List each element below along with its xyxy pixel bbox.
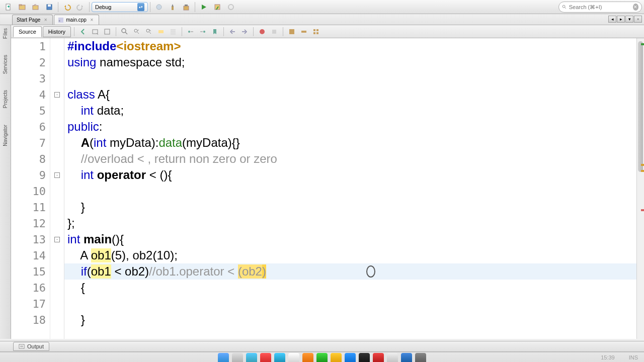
dock-app-icon[interactable] xyxy=(218,353,229,362)
dock-app-icon[interactable] xyxy=(246,353,257,362)
tab-label: main.cpp xyxy=(66,17,87,23)
dock-app-icon[interactable] xyxy=(316,353,328,362)
prev-bookmark-button[interactable] xyxy=(185,26,196,37)
dock-app-icon[interactable] xyxy=(401,353,412,362)
bottom-panel-bar: Output xyxy=(0,341,644,352)
rail-files[interactable]: Files xyxy=(3,28,8,39)
run-button[interactable] xyxy=(197,1,210,13)
dock-app-icon[interactable] xyxy=(373,353,384,362)
search-clear-icon[interactable]: ✕ xyxy=(633,4,638,11)
scroll-tabs-right-button[interactable]: ▸ xyxy=(617,16,625,23)
left-rail: Files Services Projects Navigator xyxy=(0,25,11,339)
svg-rect-22 xyxy=(171,31,176,33)
dock-app-icon[interactable] xyxy=(274,353,285,362)
debug-button[interactable] xyxy=(211,1,224,13)
toggle-bookmark-button[interactable] xyxy=(209,26,220,37)
document-tab-bar: Start Page × c main.cpp × ◂ ▸ ▾ ▫ xyxy=(0,14,644,25)
nav-back-button[interactable] xyxy=(77,26,89,37)
dock-app-icon[interactable] xyxy=(345,353,356,362)
output-icon xyxy=(19,343,25,349)
nav-dropdown-button[interactable] xyxy=(90,26,101,37)
run-config-select[interactable]: Debug ▴▾ xyxy=(92,2,148,12)
error-stripe-mark[interactable] xyxy=(641,170,644,172)
svg-rect-5 xyxy=(48,5,51,7)
svg-rect-9 xyxy=(185,5,188,6)
tab-label: Start Page xyxy=(17,17,40,23)
code-content[interactable]: #include<iostream> using namespace std; … xyxy=(64,38,644,339)
scrollbar-thumb[interactable] xyxy=(638,41,643,172)
dock-app-icon[interactable] xyxy=(415,353,426,362)
fold-handle[interactable]: - xyxy=(54,237,60,242)
undo-button[interactable] xyxy=(60,1,73,13)
svg-rect-20 xyxy=(158,30,164,33)
svg-rect-23 xyxy=(171,33,176,35)
macos-dock xyxy=(0,352,644,362)
svg-rect-16 xyxy=(105,29,110,34)
line-number: 16 xyxy=(11,280,50,296)
rail-projects[interactable]: Projects xyxy=(3,90,8,108)
editor-tab-source[interactable]: Source xyxy=(13,26,42,37)
run-config-value: Debug xyxy=(95,4,111,10)
save-all-button[interactable] xyxy=(43,1,56,13)
new-project-button[interactable] xyxy=(16,1,29,13)
error-stripe-mark[interactable] xyxy=(641,164,644,166)
open-button[interactable] xyxy=(29,1,42,13)
dock-app-icon[interactable] xyxy=(260,353,271,362)
line-number: 15 xyxy=(11,263,50,280)
clean-build-button[interactable] xyxy=(166,1,179,13)
tab-start-page[interactable]: Start Page × xyxy=(12,15,53,25)
dock-app-icon[interactable] xyxy=(387,353,398,362)
rail-services[interactable]: Services xyxy=(3,55,8,74)
output-tab[interactable]: Output xyxy=(13,342,49,351)
output-label: Output xyxy=(27,343,44,349)
dock-app-icon[interactable] xyxy=(232,353,243,362)
error-stripe-mark[interactable] xyxy=(641,43,644,45)
svg-rect-29 xyxy=(301,31,306,33)
dock-app-icon[interactable] xyxy=(302,353,313,362)
maximize-pane-button[interactable]: ▫ xyxy=(634,16,642,23)
rail-navigator[interactable]: Navigator xyxy=(3,125,8,146)
new-file-button[interactable] xyxy=(2,1,15,13)
macro-button[interactable] xyxy=(269,26,280,37)
svg-rect-33 xyxy=(316,32,318,34)
next-bookmark-button[interactable] xyxy=(197,26,208,37)
uncomment-button[interactable] xyxy=(298,26,309,37)
comment-button[interactable] xyxy=(286,26,297,37)
toggle-highlight-button[interactable] xyxy=(155,26,167,37)
profile-button[interactable] xyxy=(224,1,237,13)
search-box[interactable]: ✕ xyxy=(558,2,642,13)
line-number-gutter: 1 2 3 4 5 6 7 8 9 10 11 12 13 14 15 16 1… xyxy=(11,38,50,339)
close-icon[interactable]: × xyxy=(43,17,48,23)
toggle-bookmarks-button[interactable] xyxy=(168,26,179,37)
find-prev-button[interactable] xyxy=(131,26,142,37)
dock-app-icon[interactable] xyxy=(359,353,370,362)
dock-app-icon[interactable] xyxy=(288,353,299,362)
code-editor[interactable]: 1 2 3 4 5 6 7 8 9 10 11 12 13 14 15 16 1… xyxy=(11,38,644,339)
close-icon[interactable]: × xyxy=(89,17,95,23)
nav-forward-button[interactable] xyxy=(102,26,113,37)
svg-point-6 xyxy=(156,5,162,10)
minimize-pane-button[interactable]: ▾ xyxy=(625,16,633,23)
search-input[interactable] xyxy=(569,4,631,10)
svg-text:c: c xyxy=(59,19,60,22)
main-toolbar: Debug ▴▾ ✕ xyxy=(0,0,644,14)
vertical-scrollbar[interactable] xyxy=(636,38,644,339)
format-button[interactable] xyxy=(310,26,321,37)
svg-rect-3 xyxy=(33,6,38,10)
dock-app-icon[interactable] xyxy=(331,353,342,362)
fold-handle[interactable]: - xyxy=(54,92,60,98)
shift-left-button[interactable] xyxy=(227,26,238,37)
error-stripe-mark[interactable] xyxy=(641,209,644,211)
build-project-button[interactable] xyxy=(180,1,193,13)
breakpoint-button[interactable] xyxy=(257,26,268,37)
find-button[interactable] xyxy=(119,26,130,37)
build-button[interactable] xyxy=(152,1,166,13)
tab-main-cpp[interactable]: c main.cpp × xyxy=(54,15,99,25)
scroll-tabs-left-button[interactable]: ◂ xyxy=(608,16,616,23)
find-next-button[interactable] xyxy=(143,26,154,37)
fold-handle[interactable]: - xyxy=(54,172,60,178)
editor-tab-history[interactable]: History xyxy=(43,26,71,37)
redo-button[interactable] xyxy=(74,1,87,13)
shift-right-button[interactable] xyxy=(239,26,250,37)
svg-rect-0 xyxy=(6,4,10,10)
